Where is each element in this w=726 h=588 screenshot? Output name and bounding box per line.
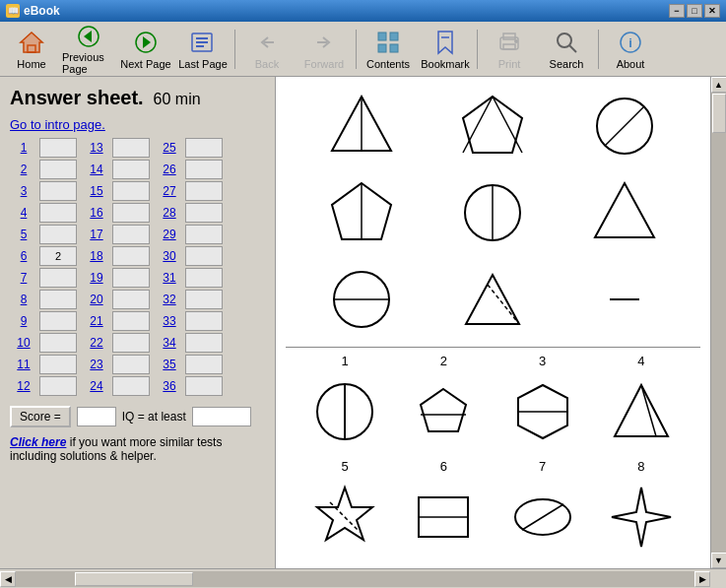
q20-link[interactable]: 20: [83, 290, 110, 309]
scroll-left-button[interactable]: ◀: [0, 571, 16, 587]
q33-input[interactable]: [185, 311, 223, 331]
print-button[interactable]: Print: [482, 25, 537, 74]
scroll-thumb[interactable]: [712, 94, 726, 133]
q19-input[interactable]: [112, 268, 150, 288]
q22-link[interactable]: 22: [83, 333, 110, 353]
q5-input[interactable]: [39, 225, 77, 244]
q6-link[interactable]: 6: [10, 246, 37, 266]
q21-link[interactable]: 21: [83, 311, 110, 331]
q14-input[interactable]: [112, 160, 150, 179]
q24-link[interactable]: 24: [83, 376, 110, 396]
q8-link[interactable]: 8: [10, 290, 37, 309]
about-button[interactable]: i About: [603, 25, 658, 74]
q34-input[interactable]: [185, 333, 223, 353]
q34-link[interactable]: 34: [156, 333, 183, 353]
q1-link[interactable]: 1: [10, 138, 37, 158]
q26-link[interactable]: 26: [156, 160, 183, 179]
q31-link[interactable]: 31: [156, 268, 183, 288]
q15-input[interactable]: [112, 181, 150, 201]
forward-button[interactable]: Forward: [297, 25, 352, 74]
q23-input[interactable]: [112, 355, 150, 374]
q28-input[interactable]: [185, 203, 223, 223]
q30-link[interactable]: 30: [156, 246, 183, 266]
q10-input[interactable]: [39, 333, 77, 353]
scroll-track[interactable]: [711, 93, 727, 553]
q12-link[interactable]: 12: [10, 376, 37, 396]
q23-link[interactable]: 23: [83, 355, 110, 374]
q15-link[interactable]: 15: [83, 181, 110, 201]
q3-link[interactable]: 3: [10, 181, 37, 201]
q31-input[interactable]: [185, 268, 223, 288]
minimize-button[interactable]: −: [669, 4, 685, 18]
q27-link[interactable]: 27: [156, 181, 183, 201]
next-page-button[interactable]: Next Page: [118, 25, 173, 74]
q35-link[interactable]: 35: [156, 355, 183, 374]
q22-input[interactable]: [112, 333, 150, 353]
q19-link[interactable]: 19: [83, 268, 110, 288]
q21-input[interactable]: [112, 311, 150, 331]
h-scroll-thumb[interactable]: [75, 572, 193, 586]
q6-input[interactable]: [39, 246, 77, 266]
q2-input[interactable]: [39, 160, 77, 179]
q2-link[interactable]: 2: [10, 160, 37, 179]
maximize-button[interactable]: □: [687, 4, 702, 18]
q11-input[interactable]: [39, 355, 77, 374]
q12-input[interactable]: [39, 376, 77, 396]
q25-input[interactable]: [185, 138, 223, 158]
back-button[interactable]: Back: [239, 25, 295, 74]
search-button[interactable]: Search: [539, 25, 594, 74]
scroll-right-button[interactable]: ▶: [694, 571, 710, 587]
q36-link[interactable]: 36: [156, 376, 183, 396]
q27-input[interactable]: [185, 181, 223, 201]
iq-result-input[interactable]: [192, 407, 251, 426]
contents-button[interactable]: Contents: [361, 25, 416, 74]
q29-input[interactable]: [185, 225, 223, 244]
q20-input[interactable]: [112, 290, 150, 309]
q11-link[interactable]: 11: [10, 355, 37, 374]
q13-input[interactable]: [112, 138, 150, 158]
q3-input[interactable]: [39, 181, 77, 201]
click-here-link[interactable]: Click here: [10, 435, 66, 449]
prev-page-button[interactable]: Previous Page: [61, 25, 116, 74]
bookmark-button[interactable]: Bookmark: [418, 25, 473, 74]
q35-input[interactable]: [185, 355, 223, 374]
q17-link[interactable]: 17: [83, 225, 110, 244]
scroll-down-button[interactable]: ▼: [711, 553, 727, 568]
q33-link[interactable]: 33: [156, 311, 183, 331]
q32-input[interactable]: [185, 290, 223, 309]
q10-link[interactable]: 10: [10, 333, 37, 353]
q13-link[interactable]: 13: [83, 138, 110, 158]
q25-link[interactable]: 25: [156, 138, 183, 158]
q4-link[interactable]: 4: [10, 203, 37, 223]
score-button[interactable]: Score =: [10, 406, 71, 427]
q4-input[interactable]: [39, 203, 77, 223]
q16-link[interactable]: 16: [83, 203, 110, 223]
last-page-button[interactable]: Last Page: [175, 25, 231, 74]
q8-input[interactable]: [39, 290, 77, 309]
h-scroll-track[interactable]: [16, 571, 694, 587]
home-button[interactable]: Home: [4, 25, 59, 74]
q29-link[interactable]: 29: [156, 225, 183, 244]
q9-input[interactable]: [39, 311, 77, 331]
q9-link[interactable]: 9: [10, 311, 37, 331]
q1-input[interactable]: [39, 138, 77, 158]
score-result-input[interactable]: [77, 407, 116, 426]
q7-input[interactable]: [39, 268, 77, 288]
q14-link[interactable]: 14: [83, 160, 110, 179]
q26-input[interactable]: [185, 160, 223, 179]
print-label: Print: [498, 58, 521, 70]
q18-link[interactable]: 18: [83, 246, 110, 266]
q28-link[interactable]: 28: [156, 203, 183, 223]
q16-input[interactable]: [112, 203, 150, 223]
q17-input[interactable]: [112, 225, 150, 244]
q18-input[interactable]: [112, 246, 150, 266]
q24-input[interactable]: [112, 376, 150, 396]
q32-link[interactable]: 32: [156, 290, 183, 309]
q5-link[interactable]: 5: [10, 225, 37, 244]
q7-link[interactable]: 7: [10, 268, 37, 288]
go-to-intro-link[interactable]: Go to intro page.: [10, 117, 265, 132]
q30-input[interactable]: [185, 246, 223, 266]
close-button[interactable]: ✕: [704, 4, 720, 18]
scroll-up-button[interactable]: ▲: [711, 77, 727, 93]
q36-input[interactable]: [185, 376, 223, 396]
